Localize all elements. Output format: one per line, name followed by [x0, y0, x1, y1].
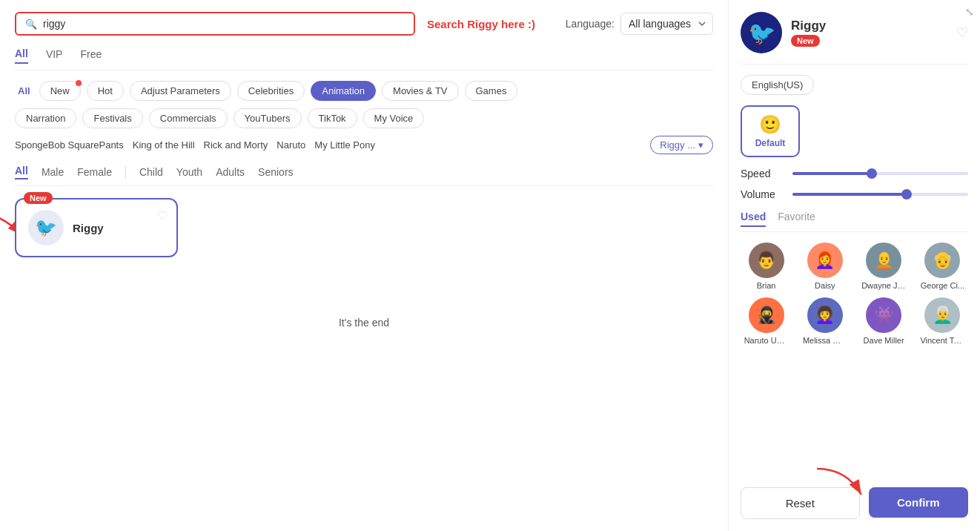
voice-style-section: 🙂 Default [741, 105, 968, 157]
speed-thumb[interactable] [867, 168, 877, 179]
used-avatar-melissa: 👩‍🦱 [807, 297, 843, 333]
gender-filter-row: All Male Female Child Youth Adults Senio… [15, 165, 713, 186]
vincent-icon: 👨‍🦳 [933, 306, 953, 325]
search-query[interactable]: riggy [43, 18, 405, 30]
voice-card-riggy[interactable]: New 🐦 Riggy ♡ [15, 198, 178, 257]
brian-icon: 👨 [756, 251, 776, 270]
volume-fill [792, 193, 907, 196]
dwayne-icon: 🧑‍🦲 [874, 251, 894, 270]
franchise-pony[interactable]: My Little Pony [314, 139, 375, 151]
profile-character-icon: 🐦 [748, 20, 775, 46]
filter-all[interactable]: All [15, 82, 33, 100]
used-voice-naruto[interactable]: 🥷 Naruto Uzu... [741, 297, 792, 345]
volume-slider-row: Volume [741, 188, 968, 200]
used-voice-daisy[interactable]: 👩‍🦰 Daisy [799, 243, 850, 290]
filter-commercials[interactable]: Commercials [149, 108, 228, 128]
filter-animation[interactable]: Animation [311, 81, 376, 101]
used-avatar-george: 👴 [924, 243, 960, 278]
speed-track [792, 172, 968, 175]
filter-adjust[interactable]: Adjust Parameters [130, 81, 231, 101]
used-avatar-naruto: 🥷 [749, 297, 784, 333]
gender-all[interactable]: All [15, 165, 28, 179]
bottom-buttons: Reset Confirm [741, 480, 968, 519]
dave-icon: 👾 [874, 306, 894, 325]
franchise-dropdown[interactable]: Riggy ... ▾ [650, 136, 713, 154]
franchise-dropdown-label: Riggy ... [660, 139, 695, 151]
filter-tiktok[interactable]: TikTok [308, 108, 357, 128]
speed-label: Speed [741, 168, 782, 179]
heart-icon-riggy[interactable]: ♡ [157, 208, 168, 222]
franchise-spongebob[interactable]: SpongeBob SquarePants [15, 139, 124, 151]
riggy-character-icon: 🐦 [35, 217, 57, 238]
gender-youth[interactable]: Youth [176, 166, 202, 178]
filter-games[interactable]: Games [465, 81, 518, 101]
filter-myvoice[interactable]: My Voice [363, 108, 425, 128]
gender-female[interactable]: Female [77, 166, 112, 178]
language-label: Language: [566, 18, 615, 30]
used-avatar-brian: 👨 [749, 243, 784, 278]
category-filters-row2: Narration Festivals Commercials YouTuber… [15, 108, 713, 128]
daisy-icon: 👩‍🦰 [815, 251, 835, 270]
profile-heart-icon[interactable]: ♡ [956, 24, 968, 41]
used-name-daisy: Daisy [803, 281, 847, 290]
profile-info: Riggy New [791, 19, 826, 47]
profile-new-badge: New [791, 35, 820, 47]
franchise-rick[interactable]: Rick and Morty [204, 139, 268, 151]
gender-adults[interactable]: Adults [216, 166, 245, 178]
tab-free[interactable]: Free [80, 48, 102, 63]
franchise-row: SpongeBob SquarePants King of the Hill R… [15, 136, 713, 154]
franchise-naruto[interactable]: Naruto [277, 139, 305, 151]
voice-avatar-riggy: 🐦 [28, 210, 64, 245]
used-name-melissa: Melissa Mo... [803, 336, 847, 345]
used-name-george: George Ci... [920, 281, 964, 290]
language-dropdown[interactable]: All languages English Spanish [620, 13, 713, 35]
used-favorite-tabs: Used Favorite [741, 211, 968, 232]
filter-narration[interactable]: Narration [15, 108, 76, 128]
volume-label: Volume [741, 188, 782, 200]
language-badge: English(US) [741, 75, 968, 95]
gender-seniors[interactable]: Seniors [258, 166, 293, 178]
used-name-dwayne: Dwayne Jo... [861, 281, 906, 290]
confirm-button[interactable]: Confirm [869, 487, 969, 518]
language-badge-text: English(US) [741, 75, 814, 95]
profile-section: 🐦 Riggy New ♡ [741, 12, 968, 65]
default-style-button[interactable]: 🙂 Default [741, 105, 800, 157]
used-voice-dwayne[interactable]: 🧑‍🦲 Dwayne Jo... [858, 243, 910, 290]
volume-thumb[interactable] [901, 189, 912, 199]
used-avatar-dave: 👾 [866, 297, 901, 333]
tab-all[interactable]: All [15, 47, 28, 64]
used-voice-george[interactable]: 👴 George Ci... [917, 243, 968, 290]
gender-child[interactable]: Child [139, 166, 163, 178]
chevron-down-icon: ▾ [698, 139, 703, 151]
voice-grid: New 🐦 Riggy ♡ [15, 198, 178, 257]
right-panel: ⤡ 🐦 Riggy New ♡ English(US) 🙂 Default [728, 0, 980, 531]
filter-movies[interactable]: Movies & TV [382, 81, 458, 101]
minimize-icon[interactable]: ⤡ [965, 6, 974, 18]
tab-used[interactable]: Used [741, 211, 766, 227]
search-placeholder: Search Riggy here :) [427, 18, 535, 30]
used-name-dave: Dave Miller [861, 336, 906, 345]
used-voice-dave[interactable]: 👾 Dave Miller [858, 297, 910, 345]
filter-youtubers[interactable]: YouTubers [234, 108, 302, 128]
search-input-wrap: 🔍 riggy [15, 12, 415, 36]
voice-name-riggy: Riggy [73, 222, 104, 234]
filter-hot[interactable]: Hot [87, 81, 124, 101]
search-icon: 🔍 [25, 19, 37, 30]
tab-favorite[interactable]: Favorite [778, 211, 815, 227]
end-text: It's the end [15, 317, 713, 329]
franchise-king[interactable]: King of the Hill [133, 139, 195, 151]
reset-button[interactable]: Reset [741, 487, 860, 519]
used-voice-brian[interactable]: 👨 Brian [741, 243, 792, 290]
filter-new[interactable]: New [39, 81, 81, 101]
used-name-vincent: Vincent Te... [920, 336, 964, 345]
used-voices-grid: 👨 Brian 👩‍🦰 Daisy 🧑‍🦲 Dwayne Jo... 👴 [741, 243, 968, 345]
used-voice-vincent[interactable]: 👨‍🦳 Vincent Te... [917, 297, 968, 345]
gender-male[interactable]: Male [42, 166, 64, 178]
language-selector: Language: All languages English Spanish [566, 13, 713, 35]
slider-section: Speed Volume [741, 168, 968, 200]
used-voice-melissa[interactable]: 👩‍🦱 Melissa Mo... [799, 297, 850, 345]
used-avatar-daisy: 👩‍🦰 [807, 243, 843, 278]
filter-festivals[interactable]: Festivals [82, 108, 142, 128]
filter-celebrities[interactable]: Celebrities [237, 81, 305, 101]
tab-vip[interactable]: VIP [46, 48, 63, 63]
